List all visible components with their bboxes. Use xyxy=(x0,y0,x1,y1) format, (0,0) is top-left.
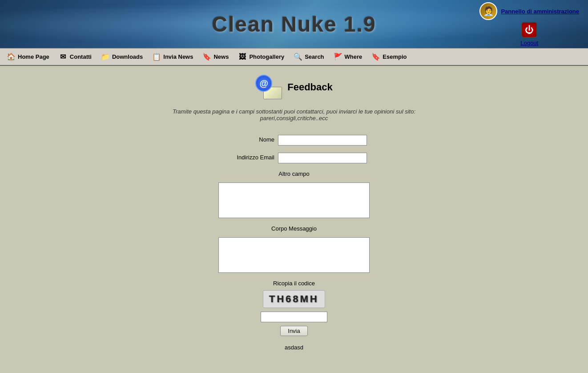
nav-item-contatti[interactable]: ✉ Contatti xyxy=(54,50,96,64)
captcha-label: Ricopia il codice xyxy=(273,280,315,287)
nav-label-invia-news: Invia News xyxy=(163,53,193,60)
bookmark-icon: 🔖 xyxy=(202,52,212,62)
photo-icon: 🖼 xyxy=(238,52,247,62)
feedback-subtitle: Tramite questa pagina e i campi sottosta… xyxy=(138,108,450,122)
feedback-header: @ Feedback xyxy=(138,75,450,99)
result-text: asdasd xyxy=(285,344,303,351)
feedback-container: @ Feedback Tramite questa pagina e i cam… xyxy=(138,75,450,351)
nav-item-invia-news[interactable]: 📋 Invia News xyxy=(147,50,197,64)
submit-button[interactable]: Invia xyxy=(280,326,307,336)
nav-item-search[interactable]: 🔍 Search xyxy=(289,50,328,64)
nome-row: Nome xyxy=(138,135,450,146)
captcha-section: Ricopia il codice TH68MH Invia asdasd xyxy=(138,280,450,351)
admin-avatar-icon: 🧑‍💼 xyxy=(479,2,497,20)
at-sign-icon: @ xyxy=(255,75,272,92)
feedback-title: Feedback xyxy=(287,81,333,93)
nav-label-contatti: Contatti xyxy=(70,53,92,60)
altro-textarea[interactable] xyxy=(218,182,370,218)
altro-label: Altro campo xyxy=(278,170,309,177)
logout-button[interactable] xyxy=(521,22,537,38)
nav-label-where: Where xyxy=(345,53,362,60)
email-label: Indirizzo Email xyxy=(221,153,274,161)
captcha-image: TH68MH xyxy=(263,290,325,308)
nav-label-news: News xyxy=(213,53,229,60)
nav-item-where[interactable]: 🚩 Where xyxy=(329,50,367,64)
bookmark2-icon: 🔖 xyxy=(371,52,381,62)
flag-icon: 🚩 xyxy=(333,52,343,62)
navigation-bar: 🏠 Home Page ✉ Contatti 📁 Downloads 📋 Inv… xyxy=(0,48,588,66)
captcha-input[interactable] xyxy=(261,312,327,322)
admin-link[interactable]: Pannello di amministrazione xyxy=(501,8,579,15)
nav-label-downloads: Downloads xyxy=(112,53,143,60)
corpo-textarea[interactable] xyxy=(218,237,370,273)
nav-item-photogallery[interactable]: 🖼 Photogallery xyxy=(233,50,289,64)
folder-icon: 📁 xyxy=(101,52,110,62)
nav-item-esempio[interactable]: 🔖 Esempio xyxy=(366,50,411,64)
feedback-icon: @ xyxy=(255,75,282,99)
admin-top-row: 🧑‍💼 Pannello di amministrazione xyxy=(479,2,579,20)
admin-panel: 🧑‍💼 Pannello di amministrazione Logout xyxy=(479,2,579,46)
nome-label: Nome xyxy=(221,135,274,143)
mail-icon: ✉ xyxy=(58,52,68,62)
nav-label-photogallery: Photogallery xyxy=(249,53,284,60)
nav-item-news[interactable]: 🔖 News xyxy=(197,50,233,64)
nav-label-search: Search xyxy=(305,53,324,60)
email-input[interactable] xyxy=(278,153,367,163)
nome-input[interactable] xyxy=(278,135,367,146)
corpo-row: Corpo Messaggio xyxy=(138,225,450,273)
email-row: Indirizzo Email xyxy=(138,153,450,163)
nav-item-downloads[interactable]: 📁 Downloads xyxy=(96,50,147,64)
main-content: @ Feedback Tramite questa pagina e i cam… xyxy=(0,66,588,373)
clipboard-icon: 📋 xyxy=(152,52,161,62)
nav-label-home: Home Page xyxy=(18,53,49,60)
altro-row: Altro campo xyxy=(138,170,450,218)
search-icon: 🔍 xyxy=(293,52,303,62)
nav-item-home[interactable]: 🏠 Home Page xyxy=(2,50,54,64)
home-icon: 🏠 xyxy=(6,52,16,62)
header: Clean Nuke 1.9 🧑‍💼 Pannello di amministr… xyxy=(0,0,588,48)
corpo-label: Corpo Messaggio xyxy=(271,225,317,232)
site-title: Clean Nuke 1.9 xyxy=(212,12,376,36)
logout-link[interactable]: Logout xyxy=(520,40,538,46)
nav-label-esempio: Esempio xyxy=(383,53,407,60)
